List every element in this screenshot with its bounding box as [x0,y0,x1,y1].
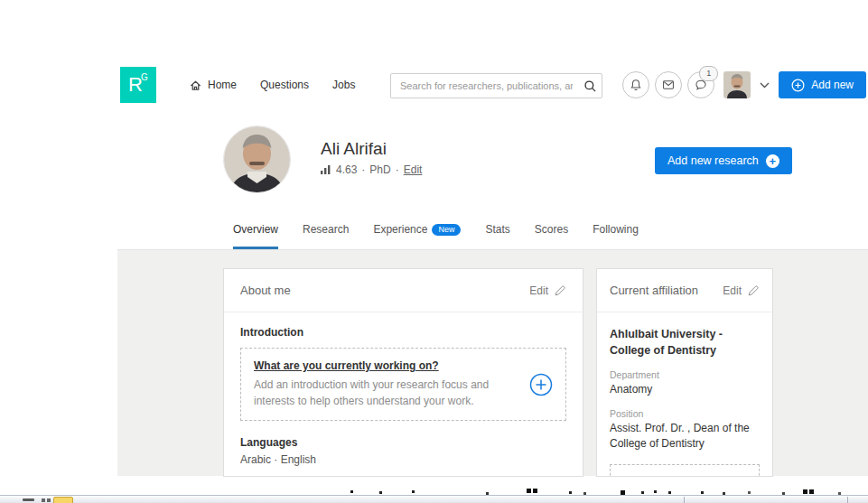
nav-item-label: Home [208,79,237,91]
chevron-down-icon[interactable] [760,82,770,88]
position-label: Position [610,408,760,419]
notification-count-badge: 1 [699,66,718,81]
introduction-prompt-box: What are you currently working on? Add a… [240,348,566,421]
logo-letter-g: G [141,72,148,82]
taskbar-partial-icon [23,498,34,501]
about-card-body: Introduction What are you currently work… [224,312,583,477]
taskbar-strip[interactable] [0,495,868,503]
global-search [390,73,602,98]
profile-meta: 4.63 · PhD · Edit [321,163,422,176]
tab-label: Scores [535,223,568,236]
department-value: Anatomy [610,382,760,397]
affiliation-card-body: Ahlulbait University - College of Dentis… [597,312,772,477]
notifications-button[interactable] [622,71,649,98]
nav-links: Home Questions Jobs [189,79,355,92]
languages-heading: Languages [240,436,566,449]
bell-icon [630,79,642,91]
tab-overview[interactable]: Overview [233,223,278,249]
nav-item-label: Jobs [332,79,355,91]
affiliation-edit-button[interactable]: Edit [723,284,760,297]
tab-experience[interactable]: Experience New [373,223,461,249]
languages-value: Arabic · English [240,453,566,466]
profile-name: Ali Alrifai [321,139,387,159]
tab-label: Overview [233,223,278,236]
profile-photo[interactable] [223,126,291,193]
tab-stats[interactable]: Stats [485,223,509,249]
tab-label: Following [593,223,639,236]
about-edit-label: Edit [529,284,548,297]
home-icon [189,79,202,92]
tab-scores[interactable]: Scores [535,223,568,249]
profile-tabs: Overview Research Experience New Stats S… [117,212,868,250]
taskbar-separator [847,497,848,503]
profile-edit-link[interactable]: Edit [404,163,423,176]
page: R G Home Questions Jobs [0,0,868,503]
researchgate-logo[interactable]: R G [120,67,156,103]
institution-name[interactable]: Ahlulbait University - College of Dentis… [610,326,760,359]
introduction-prompt-texts: What are you currently working on? Add a… [254,359,517,409]
current-affiliation-card: Current affiliation Edit Ahlulbait Unive… [596,268,773,477]
requests-button[interactable]: 1 [687,71,714,98]
nav-right-group: 1 Add new [622,63,866,107]
introduction-heading: Introduction [240,326,566,339]
pencil-icon [554,284,566,297]
add-introduction-button[interactable] [529,373,553,396]
add-research-label: Add new research [667,154,759,167]
search-input[interactable] [391,80,578,91]
avatar[interactable] [723,71,751,98]
profile-header: Ali Alrifai 4.63 · PhD · Edit Add new re… [117,107,868,212]
taskbar-separator [684,497,685,503]
top-navigation-bar: R G Home Questions Jobs [117,63,868,107]
taskbar-partial-icon [42,498,45,502]
introduction-prompt-description: Add an introduction with your research f… [254,377,517,409]
position-value: Assist. Prof. Dr. , Dean of the College … [610,421,760,452]
nav-item-questions[interactable]: Questions [260,79,309,91]
add-missing-details-box: Add missing details about your affiliati… [610,464,760,477]
envelope-icon [662,79,675,91]
degree: PhD [369,163,390,176]
clipped-text-remnants [350,490,353,493]
tab-label: Stats [485,223,509,236]
working-on-link[interactable]: What are you currently working on? [254,359,517,372]
rg-score: 4.63 [336,163,357,176]
affiliation-edit-label: Edit [723,284,742,297]
messages-button[interactable] [655,71,682,98]
separator-dot: · [396,163,399,176]
tab-label: Research [303,223,349,236]
plus-icon: + [766,154,779,168]
plus-circle-icon [791,79,805,92]
search-icon[interactable] [578,75,602,97]
affiliation-card-header: Current affiliation Edit [597,269,772,312]
tab-research[interactable]: Research [303,223,349,249]
taskbar-folder-icon [53,497,73,503]
tab-label: Experience [373,223,427,236]
nav-item-home[interactable]: Home [189,79,237,92]
score-bars-icon [321,165,331,174]
add-new-label: Add new [811,79,854,91]
about-card-header: About me Edit [224,269,583,312]
add-missing-details-link[interactable]: Add missing details about your affiliati… [621,475,739,477]
tab-following[interactable]: Following [593,223,639,249]
affiliation-card-title: Current affiliation [610,284,698,297]
department-label: Department [610,369,760,380]
separator-dot: · [361,163,365,176]
about-me-card: About me Edit Introduction What are you … [223,268,583,477]
about-edit-button[interactable]: Edit [529,284,566,297]
nav-item-jobs[interactable]: Jobs [332,79,355,91]
nav-item-label: Questions [260,79,309,91]
pencil-icon [747,284,760,297]
about-card-title: About me [240,284,291,297]
new-badge: New [432,224,461,236]
add-new-button[interactable]: Add new [779,71,866,98]
add-new-research-button[interactable]: Add new research + [655,147,792,174]
